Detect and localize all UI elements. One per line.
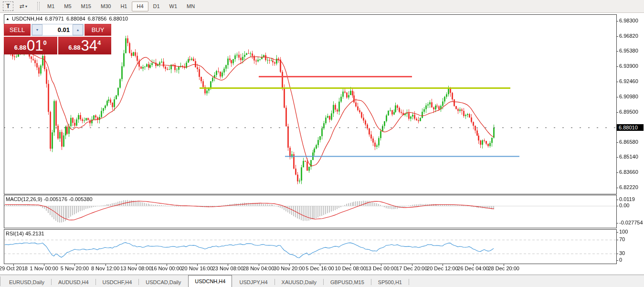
cursor-tool-icon: ⇄	[20, 3, 24, 10]
chart-tab-usdcad[interactable]: USDCAD,Daily	[139, 277, 187, 287]
volume-stepper: ▼ ▲	[32, 24, 84, 36]
sell-price-base: 6.88	[14, 44, 26, 51]
rsi-scale-label: 100	[619, 229, 628, 234]
rsi-scale-label: 30	[619, 250, 625, 256]
time-axis-label: 17 Dec 20:00	[396, 266, 427, 271]
macd-indicator-label: MACD(12,26,9) -0.005176 -0.005380	[6, 196, 93, 202]
price-axis-label: 6.98300	[619, 18, 638, 23]
time-axis-label: 5 Nov 20:00	[61, 266, 89, 271]
timeframe-button-w1[interactable]: W1	[165, 1, 182, 11]
text-tool-icon: T	[6, 3, 10, 10]
chart-tab-usdchf[interactable]: USDCHF,H4	[96, 277, 138, 287]
timeframe-button-m30[interactable]: M30	[96, 1, 116, 11]
price-axis-label: 6.93900	[619, 63, 638, 69]
text-tool-button[interactable]: T	[3, 1, 13, 11]
price-axis-label: 6.85140	[619, 154, 638, 159]
cursor-tool-button[interactable]: ⇄ ▾	[15, 1, 32, 11]
chart-tab-gbpusd[interactable]: GBPUSD,M15	[324, 277, 370, 287]
rsi-indicator-label: RSI(14) 45.2131	[6, 231, 44, 236]
chart-tab-usdcnh[interactable]: USDCNH,H4	[188, 275, 232, 287]
tab-divider	[371, 279, 371, 285]
time-axis-label: 20 Nov 16:00	[181, 266, 212, 271]
time-axis-label: 28 Dec 20:00	[488, 266, 519, 271]
time-axis-label: 8 Nov 12:00	[91, 266, 119, 271]
time-axis-label: 1 Nov 00:00	[30, 266, 58, 271]
chart-tab-sp500[interactable]: SP500,H1	[372, 277, 408, 287]
chart-window: ▲ USDCNH,H4 6.87971 6.88084 6.87856 6.88…	[0, 13, 644, 275]
buy-price-big: 34	[81, 38, 97, 53]
timeframe-button-h1[interactable]: H1	[116, 1, 132, 11]
top-toolbar: T ⇄ ▾ M1M5M15M30H1H4D1W1MN	[0, 0, 644, 13]
arrow-down-icon: ▼	[36, 28, 39, 32]
timeframe-button-mn[interactable]: MN	[182, 1, 200, 11]
sell-button[interactable]: SELL	[4, 24, 31, 36]
time-axis-label: 23 Nov 08:00	[212, 266, 243, 271]
tab-divider	[95, 279, 96, 285]
price-axis-label: 6.96820	[619, 33, 638, 39]
timeframe-button-m15[interactable]: M15	[76, 1, 96, 11]
buy-price-base: 6.88	[68, 44, 80, 51]
timeframe-button-m5[interactable]: M5	[59, 1, 76, 11]
toolbar-grip[interactable]	[37, 2, 40, 11]
buy-button[interactable]: BUY	[84, 24, 111, 36]
time-axis-label: 30 Nov 20:00	[274, 266, 305, 271]
timeframe-button-h4[interactable]: H4	[132, 1, 148, 11]
chart-tab-eurusd[interactable]: EURUSD,Daily	[3, 277, 51, 287]
chart-tab-xauusd[interactable]: XAUUSD,Daily	[275, 277, 323, 287]
mt4-window: { "toolbar": { "text_tool_label": "T", "…	[0, 0, 644, 287]
price-axis-label: 6.95380	[619, 48, 638, 53]
bar-low-value: 6.87856	[88, 16, 107, 21]
time-axis-label: 20 Dec 12:00	[427, 266, 458, 271]
macd-scale-label: 0.0119	[619, 196, 635, 202]
time-axis-label: 13 Nov 08:00	[120, 266, 151, 271]
symbol-name: USDCNH,H4	[12, 16, 42, 21]
rsi-scale-label: 70	[619, 236, 625, 242]
time-axis-label: 16 Nov 00:00	[151, 266, 182, 271]
buy-price-box[interactable]: 6.88 34 4	[58, 37, 112, 54]
bar-close-value: 6.88010	[109, 16, 128, 21]
buy-price-sup: 4	[97, 39, 101, 46]
timeframe-toolbar: M1M5M15M30H1H4D1W1MN	[42, 1, 200, 11]
tab-divider	[409, 279, 409, 285]
timeframe-button-d1[interactable]: D1	[148, 1, 165, 11]
chart-tabs-bar: EURUSD,DailyAUDUSD,H4USDCHF,H4USDCAD,Dai…	[0, 275, 644, 287]
price-axis-label: 6.89500	[619, 109, 638, 115]
volume-decrease-button[interactable]: ▼	[32, 24, 42, 35]
sell-price-box[interactable]: 6.88 01 0	[4, 37, 57, 54]
one-click-trading-panel: SELL ▼ ▲ BUY 6.88 01 0 6.88 34 4	[4, 24, 111, 54]
chart-symbol-header: ▲ USDCNH,H4 6.87971 6.88084 6.87856 6.88…	[6, 16, 128, 21]
tab-divider	[323, 279, 324, 285]
tab-divider	[51, 279, 52, 285]
current-price-badge: 6.88010	[617, 124, 644, 131]
time-axis-label: 10 Dec 08:00	[335, 266, 366, 271]
time-axis-label: 5 Dec 16:00	[306, 266, 334, 271]
time-axis-label: 29 Oct 2018	[0, 266, 28, 271]
timeframe-button-m1[interactable]: M1	[42, 1, 59, 11]
sell-price-sup: 0	[43, 39, 47, 46]
bar-high-value: 6.88084	[66, 16, 85, 21]
price-axis-label: 6.90980	[619, 94, 638, 99]
bar-open-value: 6.87971	[45, 16, 64, 21]
time-axis-label: 13 Dec 00:00	[366, 266, 397, 271]
macd-scale-label: -0.027754	[619, 220, 643, 225]
chart-tab-usdjpy[interactable]: USDJPY,H4	[233, 277, 274, 287]
time-axis-label: 26 Dec 04:00	[457, 266, 488, 271]
tab-divider	[138, 279, 139, 285]
tab-divider	[274, 279, 275, 285]
price-axis-label: 6.83660	[619, 169, 638, 175]
volume-input[interactable]	[42, 24, 73, 35]
rsi-scale-label: 0	[619, 257, 622, 263]
sell-price-big: 01	[27, 38, 43, 53]
price-axis-label: 6.92460	[619, 78, 638, 84]
one-click-panel-toggle-icon[interactable]: ▲	[6, 17, 10, 21]
volume-increase-button[interactable]: ▲	[73, 24, 83, 35]
chevron-down-icon: ▾	[25, 4, 27, 9]
chart-tab-audusd[interactable]: AUDUSD,H4	[52, 277, 95, 287]
time-axis-label: 28 Nov 04:00	[243, 266, 274, 271]
arrow-up-icon: ▲	[76, 28, 80, 32]
macd-scale-label: 0.00	[619, 202, 629, 208]
price-axis-label: 6.86580	[619, 139, 638, 145]
price-axis-label: 6.82220	[619, 184, 638, 190]
